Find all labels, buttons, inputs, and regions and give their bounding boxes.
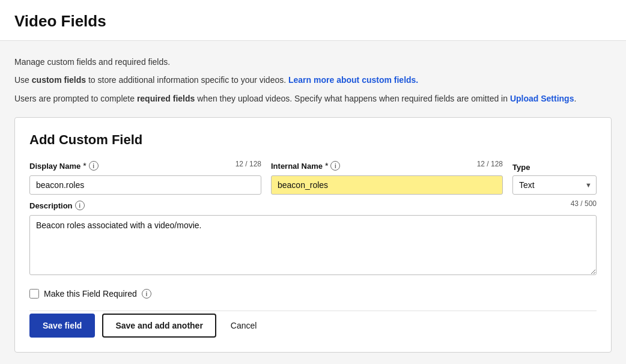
internal-name-required: * xyxy=(325,161,328,171)
description-textarea[interactable]: Beacon roles associated with a video/mov… xyxy=(29,215,597,275)
internal-name-info-icon[interactable]: i xyxy=(330,161,340,171)
form-title: Add Custom Field xyxy=(29,132,597,148)
page-content: Manage custom fields and required fields… xyxy=(0,41,626,364)
upload-settings-link[interactable]: Upload Settings xyxy=(510,94,574,103)
description-info-icon[interactable]: i xyxy=(75,201,85,210)
desc-line2: Use custom fields to store additional in… xyxy=(14,73,612,86)
save-add-another-button[interactable]: Save and add another xyxy=(102,314,216,338)
display-name-group: Display Name * i 12 / 128 xyxy=(29,160,261,195)
desc-line3: Users are prompted to complete required … xyxy=(14,92,612,105)
display-name-char-count: 12 / 128 xyxy=(236,160,261,172)
type-group: Type Text List ▼ xyxy=(512,163,597,195)
learn-more-link[interactable]: Learn more about custom fields. xyxy=(288,75,418,85)
page-header: Video Fields xyxy=(0,0,626,41)
display-name-info-icon[interactable]: i xyxy=(89,161,99,171)
description-group: Description i 43 / 500 Beacon roles asso… xyxy=(29,199,597,277)
fields-row: Display Name * i 12 / 128 Internal Name … xyxy=(29,160,597,195)
description-char-count: 43 / 500 xyxy=(571,199,597,211)
type-select[interactable]: Text List xyxy=(512,175,597,195)
display-name-input[interactable] xyxy=(29,175,261,195)
actions-row: Save field Save and add another Cancel xyxy=(29,311,597,338)
display-name-required: * xyxy=(83,161,86,171)
required-field-info-icon[interactable]: i xyxy=(142,289,151,299)
required-field-label[interactable]: Make this Field Required xyxy=(44,289,137,299)
custom-fields-bold: custom fields xyxy=(32,75,86,85)
internal-name-label: Internal Name xyxy=(271,162,323,171)
desc-line1: Manage custom fields and required fields… xyxy=(14,55,612,68)
description-label: Description xyxy=(29,201,73,210)
page-title: Video Fields xyxy=(14,12,612,31)
cancel-button[interactable]: Cancel xyxy=(223,315,264,336)
internal-name-group: Internal Name * i 12 / 128 xyxy=(271,160,503,195)
required-field-checkbox[interactable] xyxy=(29,289,39,299)
required-field-row: Make this Field Required i xyxy=(29,289,597,299)
display-name-label: Display Name xyxy=(29,162,81,171)
type-label: Type xyxy=(512,163,530,172)
save-field-button[interactable]: Save field xyxy=(29,314,95,338)
internal-name-input[interactable] xyxy=(271,175,503,195)
type-select-wrapper: Text List ▼ xyxy=(512,175,597,195)
internal-name-char-count: 12 / 128 xyxy=(477,160,503,172)
description-section: Manage custom fields and required fields… xyxy=(14,55,612,105)
add-custom-field-form: Add Custom Field Display Name * i 12 / 1… xyxy=(14,117,612,353)
